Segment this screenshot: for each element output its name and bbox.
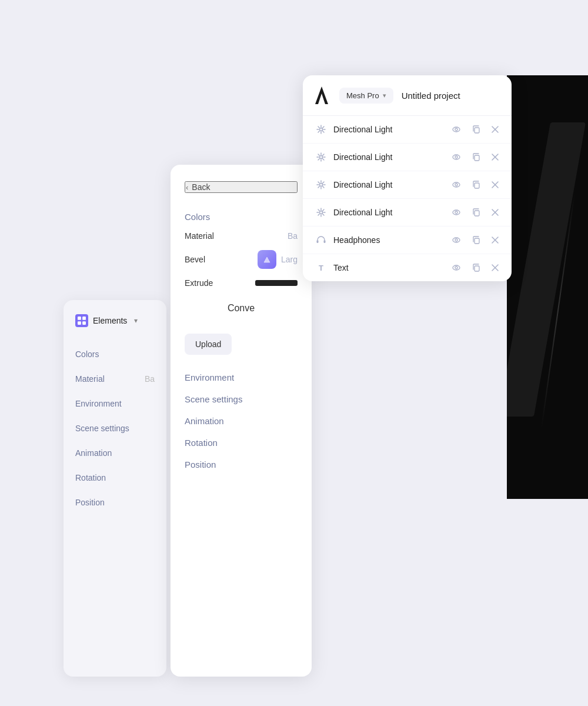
elements-panel: Elements ▾ Colors Material Ba Environmen… [64,300,166,677]
svg-line-53 [323,209,324,211]
visibility-btn-1[interactable] [450,151,462,163]
colors-section-label: Colors [185,206,298,225]
project-name: Untitled project [402,91,460,101]
duplicate-btn-2[interactable] [470,179,482,191]
material-field: Material Ba [185,228,298,244]
scene-name-2[interactable]: Directional Light [333,180,445,189]
svg-line-24 [323,159,324,160]
scene-name-5[interactable]: Text [333,263,445,272]
material-value[interactable]: Ba [288,231,298,241]
scene-name-0[interactable]: Directional Light [333,125,445,134]
rotation-nav[interactable]: Rotation [185,432,298,451]
svg-point-27 [320,156,323,159]
light-svg-1 [316,152,326,162]
bg-item-environment[interactable]: Environment [75,394,155,413]
svg-rect-44 [475,183,479,188]
convert-button[interactable]: Conve [185,299,298,317]
duplicate-btn-4[interactable] [470,234,482,246]
svg-rect-2 [78,321,81,325]
bevel-value-container[interactable]: Larg [258,250,298,269]
svg-line-12 [318,131,319,132]
scene-actions-2 [450,179,500,191]
svg-line-9 [318,126,319,128]
copy-icon-4 [472,235,481,245]
scene-name-4[interactable]: Headphones [333,235,445,245]
remove-btn-2[interactable] [490,180,500,189]
duplicate-btn-0[interactable] [470,124,482,135]
bg-item-animation[interactable]: Animation [75,444,155,462]
remove-btn-4[interactable] [490,235,500,245]
duplicate-btn-1[interactable] [470,151,482,163]
x-icon-2 [492,181,499,188]
back-button[interactable]: ‹ Back [185,181,298,193]
environment-nav[interactable]: Environment [185,367,298,386]
bevel-icon [258,250,276,269]
mesh-pro-chevron: ▾ [383,92,386,99]
light-svg-3 [316,207,326,218]
position-nav[interactable]: Position [185,454,298,473]
remove-btn-5[interactable] [490,263,500,272]
duplicate-btn-3[interactable] [470,207,482,218]
eye-icon-2 [452,180,461,189]
visibility-btn-3[interactable] [450,207,462,218]
remove-btn-1[interactable] [490,152,500,162]
text-icon: T [315,261,328,274]
headphones-svg [315,234,327,246]
remove-btn-3[interactable] [490,208,500,217]
svg-point-15 [455,128,457,131]
scene-item-1: Directional Light [303,144,512,171]
copy-icon-2 [472,180,481,189]
scene-actions-4 [450,234,500,246]
svg-line-52 [323,214,324,215]
scene-actions-5 [450,262,500,274]
visibility-btn-5[interactable] [450,262,462,274]
scene-actions-1 [450,151,500,163]
visibility-btn-4[interactable] [450,234,462,246]
bg-item-scene-settings[interactable]: Scene settings [75,419,155,438]
grid-icon [75,314,88,327]
svg-point-63 [453,238,460,242]
visibility-btn-2[interactable] [450,179,462,191]
light-icon-0 [315,123,328,136]
elements-title: Elements [93,316,127,325]
dark-viewport [507,75,588,499]
upload-section: Upload [185,319,298,364]
svg-rect-62 [324,240,326,243]
svg-point-28 [453,155,460,159]
scene-actions-0 [450,124,500,135]
scene-name-3[interactable]: Directional Light [333,208,445,217]
scene-list: Directional Light [303,116,512,281]
svg-rect-70 [475,266,479,271]
svg-line-25 [323,154,324,155]
scene-item-3: Directional Light [303,199,512,227]
bg-item-material: Material Ba [75,369,155,388]
x-icon-3 [492,209,499,216]
x-icon-4 [492,237,499,244]
svg-point-13 [320,128,323,131]
light-icon-3 [315,206,328,219]
bevel-text: Larg [281,255,298,264]
svg-line-37 [318,182,319,183]
svg-point-56 [453,210,460,215]
remove-btn-0[interactable] [490,125,500,134]
bg-item-colors[interactable]: Colors [75,345,155,364]
extrude-bar[interactable] [255,280,298,286]
light-svg-2 [316,179,326,190]
svg-line-54 [318,214,319,215]
extrude-field: Extrude [185,275,298,291]
bevel-shape-icon [262,255,272,264]
scene-settings-nav[interactable]: Scene settings [185,388,298,408]
bg-item-rotation[interactable]: Rotation [75,468,155,487]
scene-name-1[interactable]: Directional Light [333,152,445,162]
svg-rect-0 [78,317,81,320]
animation-nav[interactable]: Animation [185,410,298,429]
eye-icon-1 [452,152,461,162]
visibility-btn-0[interactable] [450,124,462,135]
svg-line-39 [323,182,324,183]
upload-button[interactable]: Upload [185,334,232,355]
duplicate-btn-5[interactable] [470,262,482,274]
x-icon-5 [492,264,499,271]
elements-chevron: ▾ [134,317,138,325]
mesh-pro-button[interactable]: Mesh Pro ▾ [339,88,393,104]
bg-item-position[interactable]: Position [75,493,155,512]
